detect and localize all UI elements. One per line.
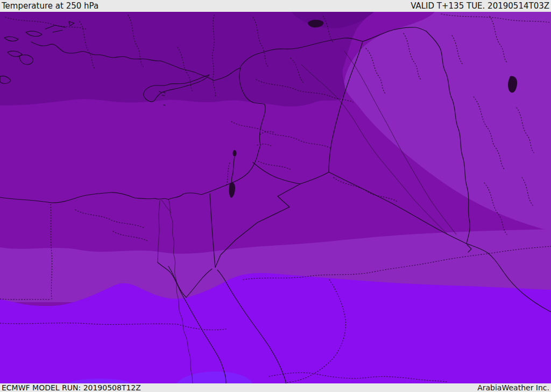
- credit-label: ArabiaWeather Inc.: [477, 383, 549, 392]
- map-title: Temperature at 250 hPa: [2, 1, 98, 11]
- sea-of-galilee: [233, 150, 237, 156]
- valid-time-label: VALID T+135 TUE. 20190514T03Z: [411, 1, 549, 11]
- footer-bar: ECMWF MODEL RUN: 20190508T12Z ArabiaWeat…: [0, 383, 551, 392]
- map-canvas: [0, 12, 551, 383]
- weather-map-app: { "header": { "title": "Temperature at 2…: [0, 0, 551, 392]
- model-run-label: ECMWF MODEL RUN: 20190508T12Z: [2, 383, 141, 392]
- temperature-map-svg: [0, 12, 551, 383]
- header-bar: Temperature at 250 hPa VALID T+135 TUE. …: [0, 0, 551, 12]
